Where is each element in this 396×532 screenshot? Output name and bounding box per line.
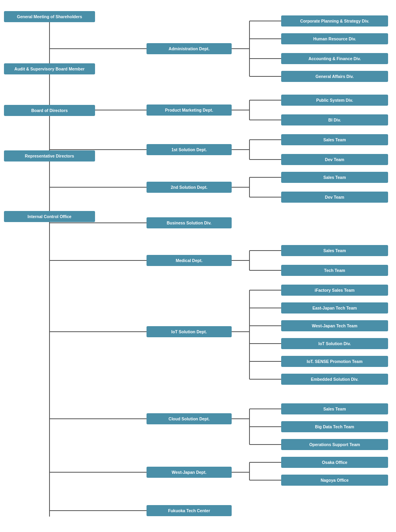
business-solution-node: Business Solution Div. [147, 217, 232, 228]
cloud-solution-node: Cloud Solution Dept. [147, 413, 232, 424]
internal-control-node: Internal Control Office [4, 211, 95, 222]
ifactory-sales-node: iFactory Sales Team [281, 285, 388, 296]
second-solution-node: 2nd Solution Dept. [147, 182, 232, 193]
iot-sense-node: IoT. SENSE Promotion Team [281, 356, 388, 367]
sales-team-1st-node: Sales Team [281, 134, 388, 145]
public-system-node: Public System Div. [281, 95, 388, 106]
ops-support-node: Operations Support Team [281, 439, 388, 450]
board-node: Board of Directors [4, 105, 95, 116]
tech-team-med-node: Tech Team [281, 265, 388, 276]
medical-node: Medical Dept. [147, 255, 232, 266]
rep-directors-node: Representative Directors [4, 150, 95, 162]
sales-team-2nd-node: Sales Team [281, 172, 388, 183]
accounting-node: Accounting & Finance Div. [281, 53, 388, 64]
iot-solution-node: IoT Solution Dept. [147, 326, 232, 337]
nagoya-node: Nagoya Office [281, 475, 388, 486]
general-meeting-node: General Meeting of Shareholders [4, 11, 95, 22]
big-data-node: Big Data Tech Team [281, 421, 388, 432]
dev-team-2nd-node: Dev Team [281, 192, 388, 203]
sales-team-med-node: Sales Team [281, 245, 388, 256]
human-resource-node: Human Resource Div. [281, 33, 388, 44]
bi-div-node: BI Div. [281, 114, 388, 125]
admin-dept-node: Administration Dept. [147, 43, 232, 54]
fukuoka-node: Fukuoka Tech Center [147, 505, 232, 516]
embedded-node: Embedded Solution Div. [281, 374, 388, 385]
general-affairs-node: General Affairs Div. [281, 71, 388, 82]
corp-planning-node: Corporate Planning & Strategy Div. [281, 15, 388, 27]
product-marketing-node: Product Marketing Dept. [147, 104, 232, 116]
west-japan-node: West-Japan Dept. [147, 467, 232, 478]
first-solution-node: 1st Solution Dept. [147, 144, 232, 155]
osaka-node: Osaka Office [281, 457, 388, 468]
iot-solution-div-node: IoT Solution Div. [281, 338, 388, 349]
east-japan-tech-node: East-Japan Tech Team [281, 302, 388, 314]
audit-node: Audit & Supervisory Board Member [4, 63, 95, 74]
west-japan-tech-node: West-Japan Tech Team [281, 320, 388, 331]
dev-team-1st-node: Dev Team [281, 154, 388, 165]
sales-team-cloud-node: Sales Team [281, 403, 388, 414]
